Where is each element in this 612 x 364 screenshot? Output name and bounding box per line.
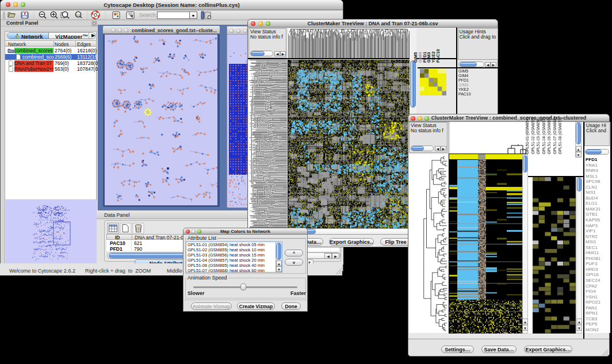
svg-text:Search:: Search: [139,12,157,18]
svg-text:1:1: 1:1 [76,14,81,17]
